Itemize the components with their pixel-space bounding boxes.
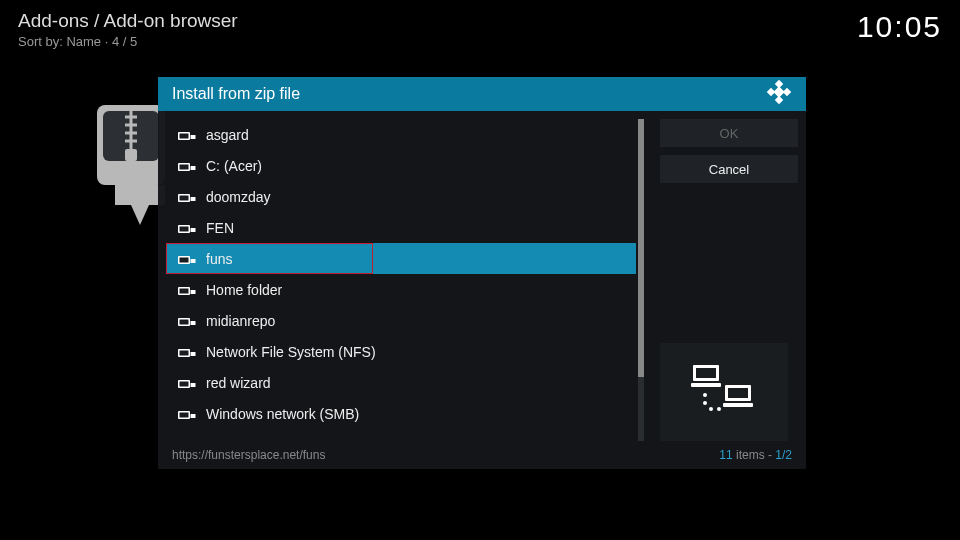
svg-rect-7 (773, 86, 784, 97)
drive-icon (178, 377, 196, 389)
scrollbar[interactable] (638, 119, 644, 441)
footer-page: 1/2 (775, 448, 792, 462)
drive-icon (178, 315, 196, 327)
drive-icon (178, 160, 196, 172)
svg-rect-43 (723, 403, 753, 407)
svg-rect-40 (691, 383, 721, 387)
svg-rect-13 (191, 166, 196, 170)
svg-rect-33 (180, 381, 189, 386)
file-list[interactable]: asgardC: (Acer)doomzdayFENfunsHome folde… (166, 119, 636, 441)
svg-rect-10 (191, 135, 196, 139)
svg-rect-2 (125, 149, 137, 161)
file-item-label: midianrepo (206, 313, 275, 329)
file-item[interactable]: red wizard (166, 367, 636, 398)
thumbnail-preview (660, 343, 788, 441)
svg-rect-25 (191, 290, 196, 294)
svg-rect-16 (191, 197, 196, 201)
sort-by-label: Sort by: Name · 4 / 5 (18, 34, 238, 49)
svg-rect-36 (180, 412, 189, 417)
svg-rect-39 (696, 368, 716, 378)
file-item[interactable]: funs (166, 243, 636, 274)
svg-rect-21 (180, 257, 189, 262)
file-item-label: Network File System (NFS) (206, 344, 376, 360)
svg-point-45 (703, 401, 707, 405)
scrollbar-thumb[interactable] (638, 119, 644, 377)
svg-rect-27 (180, 319, 189, 324)
svg-rect-22 (191, 259, 196, 263)
clock: 10:05 (857, 10, 942, 49)
footer-paging: 11 items - 1/2 (719, 448, 792, 462)
file-item[interactable]: Network File System (NFS) (166, 336, 636, 367)
file-item-label: FEN (206, 220, 234, 236)
svg-rect-19 (191, 228, 196, 232)
svg-rect-37 (191, 414, 196, 418)
file-item[interactable]: asgard (166, 119, 636, 150)
svg-rect-31 (191, 352, 196, 356)
svg-point-46 (709, 407, 713, 411)
file-item[interactable]: midianrepo (166, 305, 636, 336)
footer-items-label: items - (733, 448, 776, 462)
svg-rect-30 (180, 350, 189, 355)
file-item-label: funs (206, 251, 232, 267)
file-item[interactable]: Home folder (166, 274, 636, 305)
ok-button[interactable]: OK (660, 119, 798, 147)
file-item-label: C: (Acer) (206, 158, 262, 174)
svg-rect-18 (180, 226, 189, 231)
file-item-label: doomzday (206, 189, 271, 205)
drive-icon (178, 346, 196, 358)
file-item[interactable]: C: (Acer) (166, 150, 636, 181)
svg-rect-28 (191, 321, 196, 325)
svg-rect-9 (180, 133, 189, 138)
svg-point-44 (703, 393, 707, 397)
svg-rect-12 (180, 164, 189, 169)
cancel-button[interactable]: Cancel (660, 155, 798, 183)
file-item[interactable]: Windows network (SMB) (166, 398, 636, 429)
file-item-label: red wizard (206, 375, 271, 391)
drive-icon (178, 129, 196, 141)
kodi-logo-icon (766, 79, 792, 109)
drive-icon (178, 191, 196, 203)
breadcrumb: Add-ons / Add-on browser (18, 10, 238, 32)
dialog-title: Install from zip file (172, 85, 300, 103)
file-item-label: Windows network (SMB) (206, 406, 359, 422)
svg-rect-15 (180, 195, 189, 200)
drive-icon (178, 253, 196, 265)
file-item-label: asgard (206, 127, 249, 143)
drive-icon (178, 222, 196, 234)
footer-count: 11 (719, 448, 732, 462)
svg-point-47 (717, 407, 721, 411)
drive-icon (178, 408, 196, 420)
svg-rect-42 (728, 388, 748, 398)
file-item[interactable]: doomzday (166, 181, 636, 212)
dialog-titlebar: Install from zip file (158, 77, 806, 111)
file-item[interactable]: FEN (166, 212, 636, 243)
svg-rect-24 (180, 288, 189, 293)
drive-icon (178, 284, 196, 296)
file-item-label: Home folder (206, 282, 282, 298)
install-zip-dialog: Install from zip file asgardC: (Acer)doo… (158, 77, 806, 469)
footer-path: https://funstersplace.net/funs (172, 448, 325, 462)
svg-rect-34 (191, 383, 196, 387)
